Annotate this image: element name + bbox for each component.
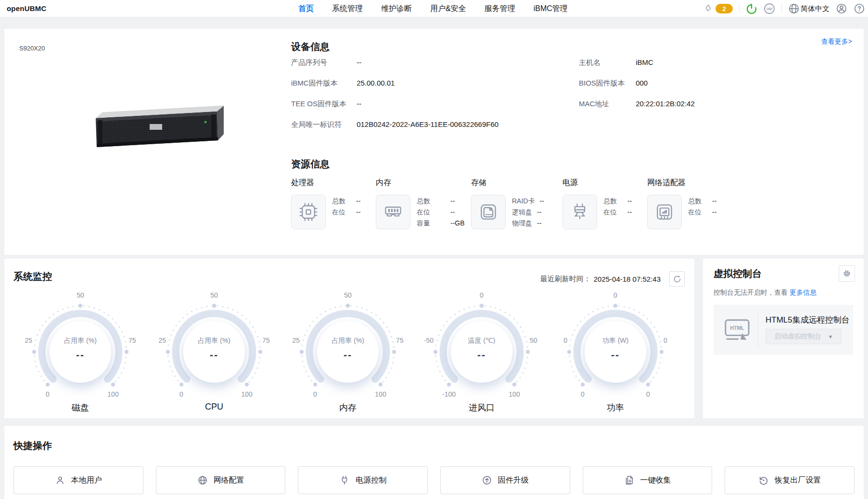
nav-user-security[interactable]: 用户&安全 xyxy=(430,0,466,17)
field-label: 全局唯一标识符 xyxy=(291,120,355,129)
quick-action-label: 本地用户 xyxy=(71,475,102,486)
nav-ibmc-management[interactable]: iBMC管理 xyxy=(534,0,568,17)
resource-card-name: 处理器 xyxy=(291,178,376,188)
gauge-value: -- xyxy=(76,349,85,361)
language-label: 简体中文 xyxy=(801,4,830,13)
gauge-tick: -50 xyxy=(419,337,434,344)
more-info-link[interactable]: 更多信息 xyxy=(790,288,817,296)
stat-label: 物理盘 xyxy=(512,218,532,229)
field-label: iBMC固件版本 xyxy=(291,78,355,88)
divider xyxy=(781,4,782,13)
field-value: -- xyxy=(357,58,361,66)
power-status-icon[interactable] xyxy=(746,3,757,14)
stat-row: 物理盘-- xyxy=(512,218,544,229)
field-bios-firmware: BIOS固件版本 000 xyxy=(579,78,695,88)
power-control-button[interactable]: 电源控制 xyxy=(298,466,428,494)
console-hint-text: 控制台无法开启时，查看 xyxy=(714,288,790,296)
gauge-tick: 100 xyxy=(366,390,395,398)
resource-info-title: 资源信息 xyxy=(291,158,330,171)
stat-label: 在位 xyxy=(603,207,623,218)
gauge-tick: 0 xyxy=(664,337,680,344)
gauge-center: 温度 (℃) -- xyxy=(451,321,512,383)
view-more-link[interactable]: 查看更多> xyxy=(821,37,852,46)
gauge-tick: 100 xyxy=(500,390,529,398)
local-user-icon xyxy=(55,475,65,486)
stat-value: -- xyxy=(712,197,716,205)
resource-card-name: 内存 xyxy=(376,178,460,188)
field-label: 产品序列号 xyxy=(291,58,355,67)
console-settings-button[interactable] xyxy=(839,265,855,282)
user-account-icon[interactable] xyxy=(836,3,847,14)
quick-actions-panel: 快捷操作 本地用户 网 xyxy=(4,426,864,499)
nav-service-management[interactable]: 服务管理 xyxy=(485,0,515,17)
gauge-value: -- xyxy=(477,349,486,361)
quick-actions-row: 本地用户 网络配置 xyxy=(13,466,855,494)
language-selector[interactable]: 简体中文 xyxy=(788,3,830,14)
field-value: 000 xyxy=(636,79,648,87)
gauge-name: 内存 xyxy=(285,402,410,413)
field-mac-address: MAC地址 20:22:01:2B:02:42 xyxy=(579,99,695,109)
gauge-disk: 50 25 75 0 100 占用率 (%) -- 磁盘 xyxy=(18,289,143,417)
gauge-tick: 0 xyxy=(553,337,567,344)
one-click-collect-button[interactable]: 一键收集 xyxy=(583,466,713,494)
stat-value: -- xyxy=(537,219,541,227)
quick-action-label: 恢复出厂设置 xyxy=(775,475,821,486)
stat-label: 在位 xyxy=(332,207,351,218)
stat-row: 在位-- xyxy=(688,207,716,218)
gauge-tick: -100 xyxy=(434,390,463,398)
stat-value: -- xyxy=(450,197,455,205)
field-label: 主机名 xyxy=(579,58,634,67)
gauge-value: -- xyxy=(344,349,352,361)
nav-maintenance-diagnosis[interactable]: 维护诊断 xyxy=(381,0,412,17)
network-config-button[interactable]: 网络配置 xyxy=(156,466,286,494)
power-control-icon xyxy=(339,475,350,486)
storage-icon xyxy=(471,195,506,229)
resource-card-memory: 内存 总数-- 在位-- 容量--GB xyxy=(376,178,460,229)
uid-icon[interactable]: UID xyxy=(764,3,775,14)
gear-icon xyxy=(842,269,851,278)
local-user-button[interactable]: 本地用户 xyxy=(13,466,143,494)
gauge-center: 占用率 (%) -- xyxy=(50,321,111,383)
refresh-time-label: 最近刷新时间： xyxy=(540,274,591,284)
gauge-tick: 0 xyxy=(419,291,544,299)
quick-action-label: 固件升级 xyxy=(498,475,529,486)
stat-label: 总数 xyxy=(417,196,436,207)
gauge-center: 功率 (W) -- xyxy=(585,321,646,383)
factory-reset-button[interactable]: 恢复出厂设置 xyxy=(725,466,855,494)
nav-system-management[interactable]: 系统管理 xyxy=(332,0,363,17)
stat-row: 总数-- xyxy=(688,196,716,207)
main-nav: 首页 系统管理 维护诊断 用户&安全 服务管理 iBMC管理 xyxy=(298,0,568,17)
stat-row: 总数-- xyxy=(417,196,465,207)
gauge-metric-label: 占用率 (%) xyxy=(198,337,230,345)
factory-reset-icon xyxy=(758,475,769,486)
field-hostname: 主机名 iBMC xyxy=(579,58,695,67)
nav-home[interactable]: 首页 xyxy=(298,0,314,17)
stat-value: -- xyxy=(450,208,455,216)
field-value: iBMC xyxy=(636,58,653,66)
server-model-label: S920X20 xyxy=(19,45,45,52)
server-image xyxy=(83,100,224,154)
stat-row: 总数-- xyxy=(332,196,360,207)
chevron-down-icon: ▼ xyxy=(828,334,833,339)
stat-row: 容量--GB xyxy=(417,218,465,229)
gauge-metric-label: 占用率 (%) xyxy=(64,337,97,345)
refresh-button[interactable] xyxy=(669,271,685,287)
gauge-tick: 50 xyxy=(285,291,410,299)
html5-console-icon: HTML xyxy=(724,318,750,343)
stat-label: 容量 xyxy=(417,218,436,229)
virtual-console-title: 虚拟控制台 xyxy=(714,267,762,280)
gauge-name: 功率 xyxy=(553,402,678,413)
gauge-inlet-temperature: 0 -50 50 -100 100 温度 (℃) -- 进风口 xyxy=(419,289,544,417)
stat-label: 总数 xyxy=(332,196,351,207)
gauge-power: 0 0 0 0 0 功率 (W) -- 功率 xyxy=(553,289,678,417)
gauge-value: -- xyxy=(210,349,218,361)
stat-row: 在位-- xyxy=(603,207,632,218)
quick-actions-title: 快捷操作 xyxy=(13,439,52,452)
launch-console-button[interactable]: 启动虚拟控制台 ▼ xyxy=(766,329,842,344)
alarm-indicator[interactable]: 2 xyxy=(703,3,733,14)
field-value: 25.00.00.01 xyxy=(357,79,395,87)
firmware-upgrade-button[interactable]: 固件升级 xyxy=(440,466,570,494)
gauge-tick: 0 xyxy=(553,291,678,299)
stat-value: -- xyxy=(537,208,541,216)
help-icon[interactable]: ? xyxy=(854,3,865,14)
